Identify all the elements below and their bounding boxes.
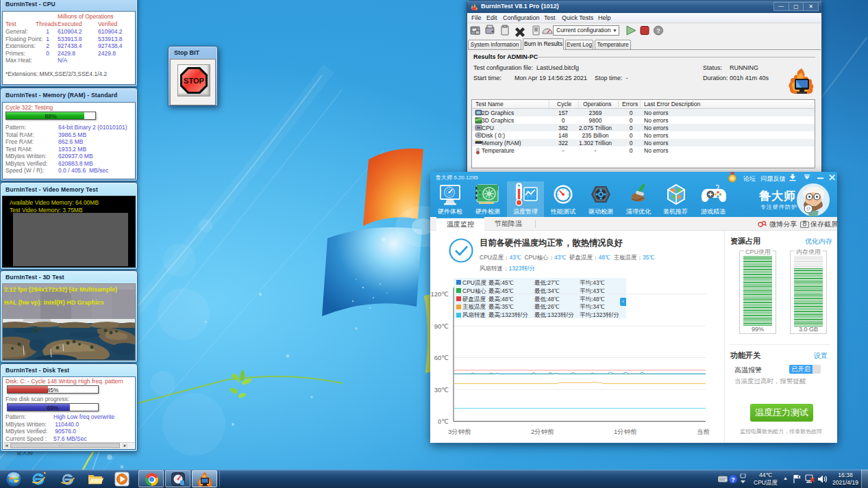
svg-text:120℃: 120℃ [430,290,449,298]
svg-text:90℃: 90℃ [434,322,449,330]
svg-text:30℃: 30℃ [434,386,449,394]
svg-text:?: ? [731,476,735,483]
svg-text:2.12 fps (294x172x32) (4x Mult: 2.12 fps (294x172x32) (4x Multisample) [4,286,117,293]
svg-text:0℃: 0℃ [438,418,449,425]
svg-text:!?: !? [806,207,810,211]
svg-text:60℃: 60℃ [434,354,449,361]
svg-text:?: ? [656,27,660,34]
svg-text:HAL (hw vp): Intel(R) HD Graph: HAL (hw vp): Intel(R) HD Graphics [4,299,104,306]
svg-text:STOP: STOP [184,77,204,85]
